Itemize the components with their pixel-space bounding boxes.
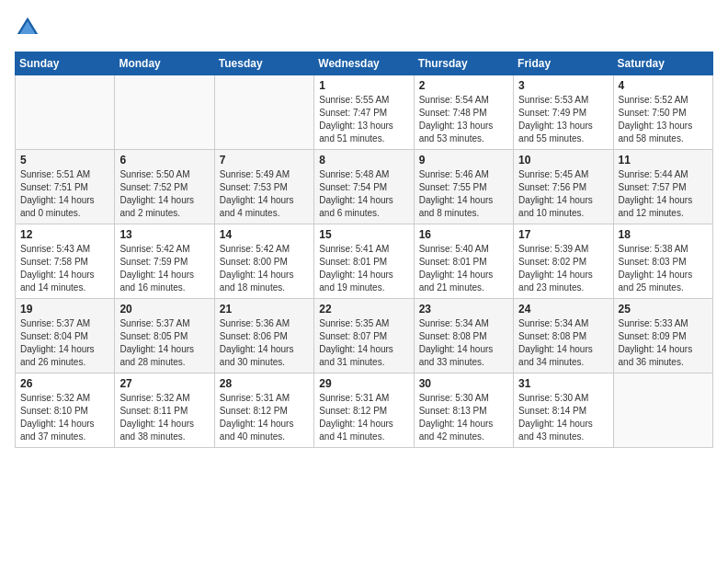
calendar-cell: 13Sunrise: 5:42 AM Sunset: 7:59 PM Dayli…: [115, 224, 214, 299]
day-number: 27: [119, 377, 209, 390]
day-number: 16: [419, 228, 508, 241]
calendar-cell: 11Sunrise: 5:44 AM Sunset: 7:57 PM Dayli…: [613, 150, 712, 224]
calendar-cell: 16Sunrise: 5:40 AM Sunset: 8:01 PM Dayli…: [414, 224, 513, 299]
day-number: 14: [220, 228, 309, 241]
day-info: Sunrise: 5:30 AM Sunset: 8:13 PM Dayligh…: [419, 392, 508, 443]
day-number: 26: [20, 377, 109, 390]
calendar-cell: [115, 75, 214, 150]
calendar-cell: 23Sunrise: 5:34 AM Sunset: 8:08 PM Dayli…: [414, 299, 513, 373]
day-info: Sunrise: 5:31 AM Sunset: 8:12 PM Dayligh…: [220, 392, 309, 443]
weekday-header-row: SundayMondayTuesdayWednesdayThursdayFrid…: [16, 52, 713, 75]
day-info: Sunrise: 5:42 AM Sunset: 7:59 PM Dayligh…: [119, 243, 209, 294]
day-number: 5: [20, 154, 109, 167]
day-info: Sunrise: 5:30 AM Sunset: 8:14 PM Dayligh…: [518, 392, 608, 443]
day-info: Sunrise: 5:40 AM Sunset: 8:01 PM Dayligh…: [419, 243, 508, 294]
day-info: Sunrise: 5:50 AM Sunset: 7:52 PM Dayligh…: [119, 168, 209, 220]
calendar-cell: 30Sunrise: 5:30 AM Sunset: 8:13 PM Dayli…: [414, 373, 513, 448]
day-info: Sunrise: 5:54 AM Sunset: 7:48 PM Dayligh…: [419, 94, 508, 145]
day-number: 9: [419, 154, 508, 167]
day-number: 28: [220, 377, 309, 390]
day-number: 3: [518, 79, 608, 92]
logo-icon: [15, 15, 40, 40]
day-number: 4: [619, 79, 708, 92]
calendar-cell: 1Sunrise: 5:55 AM Sunset: 7:47 PM Daylig…: [314, 75, 414, 150]
calendar-cell: 22Sunrise: 5:35 AM Sunset: 8:07 PM Dayli…: [314, 299, 414, 373]
day-number: 24: [518, 303, 608, 316]
calendar-cell: 21Sunrise: 5:36 AM Sunset: 8:06 PM Dayli…: [214, 299, 313, 373]
weekday-header-friday: Friday: [514, 52, 613, 75]
day-info: Sunrise: 5:48 AM Sunset: 7:54 PM Dayligh…: [319, 168, 408, 220]
calendar-cell: [16, 75, 115, 150]
calendar-cell: 7Sunrise: 5:49 AM Sunset: 7:53 PM Daylig…: [214, 150, 313, 224]
day-info: Sunrise: 5:33 AM Sunset: 8:09 PM Dayligh…: [619, 317, 708, 369]
calendar-cell: [214, 75, 313, 150]
day-number: 29: [319, 377, 408, 390]
calendar-cell: 24Sunrise: 5:34 AM Sunset: 8:08 PM Dayli…: [514, 299, 613, 373]
day-number: 30: [419, 377, 508, 390]
calendar-cell: 9Sunrise: 5:46 AM Sunset: 7:55 PM Daylig…: [414, 150, 513, 224]
week-row-4: 19Sunrise: 5:37 AM Sunset: 8:04 PM Dayli…: [16, 299, 713, 373]
day-info: Sunrise: 5:34 AM Sunset: 8:08 PM Dayligh…: [518, 317, 608, 369]
day-info: Sunrise: 5:55 AM Sunset: 7:47 PM Dayligh…: [319, 94, 408, 145]
day-number: 22: [319, 303, 408, 316]
day-number: 6: [119, 154, 209, 167]
calendar-cell: 26Sunrise: 5:32 AM Sunset: 8:10 PM Dayli…: [16, 373, 115, 448]
calendar-cell: 20Sunrise: 5:37 AM Sunset: 8:05 PM Dayli…: [115, 299, 214, 373]
day-info: Sunrise: 5:51 AM Sunset: 7:51 PM Dayligh…: [20, 168, 109, 220]
calendar: SundayMondayTuesdayWednesdayThursdayFrid…: [15, 52, 713, 448]
day-number: 21: [220, 303, 309, 316]
day-info: Sunrise: 5:46 AM Sunset: 7:55 PM Dayligh…: [419, 168, 508, 220]
calendar-cell: 3Sunrise: 5:53 AM Sunset: 7:49 PM Daylig…: [514, 75, 613, 150]
day-number: 23: [419, 303, 508, 316]
calendar-cell: 12Sunrise: 5:43 AM Sunset: 7:58 PM Dayli…: [16, 224, 115, 299]
week-row-1: 1Sunrise: 5:55 AM Sunset: 7:47 PM Daylig…: [16, 75, 713, 150]
day-info: Sunrise: 5:34 AM Sunset: 8:08 PM Dayligh…: [419, 317, 508, 369]
day-info: Sunrise: 5:31 AM Sunset: 8:12 PM Dayligh…: [319, 392, 408, 443]
logo: [15, 15, 44, 40]
day-number: 1: [319, 79, 408, 92]
weekday-header-monday: Monday: [115, 52, 214, 75]
day-info: Sunrise: 5:36 AM Sunset: 8:06 PM Dayligh…: [220, 317, 309, 369]
calendar-cell: 18Sunrise: 5:38 AM Sunset: 8:03 PM Dayli…: [613, 224, 712, 299]
day-number: 11: [619, 154, 708, 167]
weekday-header-sunday: Sunday: [16, 52, 115, 75]
week-row-5: 26Sunrise: 5:32 AM Sunset: 8:10 PM Dayli…: [16, 373, 713, 448]
day-number: 18: [619, 228, 708, 241]
weekday-header-wednesday: Wednesday: [314, 52, 414, 75]
calendar-cell: [613, 373, 712, 448]
day-info: Sunrise: 5:42 AM Sunset: 8:00 PM Dayligh…: [220, 243, 309, 294]
calendar-cell: 19Sunrise: 5:37 AM Sunset: 8:04 PM Dayli…: [16, 299, 115, 373]
calendar-cell: 15Sunrise: 5:41 AM Sunset: 8:01 PM Dayli…: [314, 224, 414, 299]
day-info: Sunrise: 5:53 AM Sunset: 7:49 PM Dayligh…: [518, 94, 608, 145]
day-number: 12: [20, 228, 109, 241]
day-info: Sunrise: 5:49 AM Sunset: 7:53 PM Dayligh…: [220, 168, 309, 220]
day-info: Sunrise: 5:39 AM Sunset: 8:02 PM Dayligh…: [518, 243, 608, 294]
calendar-cell: 10Sunrise: 5:45 AM Sunset: 7:56 PM Dayli…: [514, 150, 613, 224]
calendar-cell: 6Sunrise: 5:50 AM Sunset: 7:52 PM Daylig…: [115, 150, 214, 224]
day-info: Sunrise: 5:44 AM Sunset: 7:57 PM Dayligh…: [619, 168, 708, 220]
calendar-cell: 2Sunrise: 5:54 AM Sunset: 7:48 PM Daylig…: [414, 75, 513, 150]
calendar-cell: 14Sunrise: 5:42 AM Sunset: 8:00 PM Dayli…: [214, 224, 313, 299]
page-header: [15, 15, 713, 40]
day-number: 8: [319, 154, 408, 167]
day-info: Sunrise: 5:35 AM Sunset: 8:07 PM Dayligh…: [319, 317, 408, 369]
day-number: 15: [319, 228, 408, 241]
weekday-header-saturday: Saturday: [613, 52, 712, 75]
week-row-3: 12Sunrise: 5:43 AM Sunset: 7:58 PM Dayli…: [16, 224, 713, 299]
day-info: Sunrise: 5:43 AM Sunset: 7:58 PM Dayligh…: [20, 243, 109, 294]
day-number: 31: [518, 377, 608, 390]
calendar-cell: 28Sunrise: 5:31 AM Sunset: 8:12 PM Dayli…: [214, 373, 313, 448]
day-number: 10: [518, 154, 608, 167]
calendar-cell: 8Sunrise: 5:48 AM Sunset: 7:54 PM Daylig…: [314, 150, 414, 224]
day-info: Sunrise: 5:37 AM Sunset: 8:05 PM Dayligh…: [119, 317, 209, 369]
week-row-2: 5Sunrise: 5:51 AM Sunset: 7:51 PM Daylig…: [16, 150, 713, 224]
calendar-cell: 27Sunrise: 5:32 AM Sunset: 8:11 PM Dayli…: [115, 373, 214, 448]
day-number: 20: [119, 303, 209, 316]
weekday-header-thursday: Thursday: [414, 52, 513, 75]
calendar-cell: 4Sunrise: 5:52 AM Sunset: 7:50 PM Daylig…: [613, 75, 712, 150]
weekday-header-tuesday: Tuesday: [214, 52, 313, 75]
day-number: 7: [220, 154, 309, 167]
calendar-cell: 31Sunrise: 5:30 AM Sunset: 8:14 PM Dayli…: [514, 373, 613, 448]
day-info: Sunrise: 5:32 AM Sunset: 8:11 PM Dayligh…: [119, 392, 209, 443]
day-info: Sunrise: 5:52 AM Sunset: 7:50 PM Dayligh…: [619, 94, 708, 145]
